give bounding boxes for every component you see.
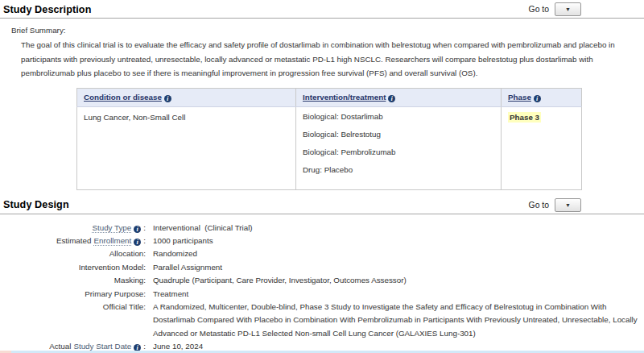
design-row-allocation: Allocation: Randomized [0,247,644,260]
brief-summary-text: The goal of this clinical trial is to ev… [21,38,638,81]
conditions-table-row: Lung Cancer, Non-Small Cell Biological: … [77,106,582,189]
design-row-primary-purpose: Primary Purpose: Treatment [0,288,644,301]
allocation-value: Randomized [153,247,644,260]
info-icon[interactable]: i [534,95,541,102]
goto-label: Go to [529,201,549,210]
phase-value: Phase 3 [508,112,541,123]
info-icon[interactable]: i [164,95,171,102]
condition-cell: Lung Cancer, Non-Small Cell [77,106,296,189]
design-row-enrollment: EstimatedEnrollmenti: 1000 participants [0,235,644,247]
masking-value: Quadruple (Participant, Care Provider, I… [153,274,644,287]
info-icon[interactable]: i [134,226,141,233]
info-icon[interactable]: i [134,239,141,246]
enrollment-term-link[interactable]: Enrollment [93,236,131,246]
intervention-item: Biological: Dostarlimab [303,113,494,121]
design-row-official-title: Official Title: A Randomized, Multicente… [0,301,644,340]
section-title-study-design: Study Design [3,199,69,210]
official-title-value: A Randomized, Multicenter, Double-blind,… [153,301,644,340]
interventions-cell: Biological: Dostarlimab Biological: Belr… [296,106,502,189]
header-phase: Phase i [502,88,582,106]
goto-dropdown[interactable]: ▼ [555,2,581,16]
chevron-down-icon: ▼ [565,202,571,208]
info-icon[interactable]: i [388,95,395,102]
condition-header-link[interactable]: Condition or disease [84,93,162,102]
goto-control: Go to ▼ [529,2,581,16]
conditions-table: Condition or disease i Intervention/trea… [76,88,582,190]
design-row-study-type: Study Typei: Interventional (Clinical Tr… [0,222,644,235]
official-title-label: Official Title: [0,301,146,340]
brief-summary-label: Brief Summary: [11,26,644,35]
study-design-header: Study Design Go to ▼ [0,196,644,214]
intervention-item: Biological: Belrestotug [303,131,494,139]
study-description-header: Study Description Go to ▼ [0,0,644,19]
intervention-header-link[interactable]: Intervention/treatment [303,93,386,102]
intervention-model-label: Intervention Model: [0,261,146,274]
design-row-intervention-model: Intervention Model: Parallel Assignment [0,261,644,274]
goto-label: Go to [529,5,549,14]
conditions-table-header-row: Condition or disease i Intervention/trea… [77,88,582,106]
section-title-study-description: Study Description [3,4,91,15]
chevron-down-icon: ▼ [565,6,571,12]
phase-header-link[interactable]: Phase [508,93,531,102]
masking-label: Masking: [0,274,146,287]
study-type-value: Interventional (Clinical Trial) [153,222,644,235]
enrollment-value: 1000 participants [153,235,644,247]
study-type-term-link[interactable]: Study Type [92,223,131,233]
goto-control: Go to ▼ [529,198,581,212]
goto-dropdown[interactable]: ▼ [555,198,581,212]
primary-purpose-label: Primary Purpose: [0,288,146,301]
study-design-rows: Study Typei: Interventional (Clinical Tr… [0,222,644,353]
intervention-model-value: Parallel Assignment [153,261,644,274]
header-condition-or-disease: Condition or disease i [77,88,296,106]
primary-purpose-value: Treatment [153,288,644,301]
design-row-masking: Masking: Quadruple (Participant, Care Pr… [0,274,644,287]
intervention-item: Drug: Placebo [303,166,494,174]
header-intervention-treatment: Intervention/treatment i [296,88,502,106]
allocation-label: Allocation: [0,247,146,260]
phase-cell: Phase 3 [502,106,582,189]
intervention-item: Biological: Pembrolizumab [303,148,494,156]
